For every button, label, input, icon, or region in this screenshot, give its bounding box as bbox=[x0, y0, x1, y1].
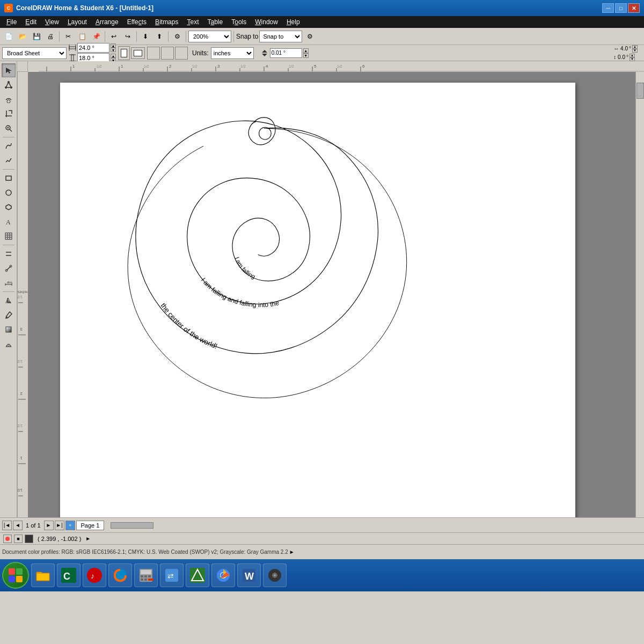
record-button[interactable] bbox=[3, 535, 12, 543]
nudge-input[interactable] bbox=[270, 48, 302, 58]
taskbar-itunes-icon[interactable]: ♪ bbox=[83, 564, 106, 587]
taskbar-firefox-icon[interactable] bbox=[108, 564, 132, 587]
select-tool[interactable] bbox=[2, 63, 16, 77]
taskbar-folder-icon[interactable] bbox=[31, 564, 55, 587]
print-button[interactable]: 🖨 bbox=[44, 30, 57, 43]
import-button[interactable]: ⬇ bbox=[139, 30, 152, 43]
eyedropper-tool[interactable] bbox=[2, 308, 16, 322]
new-button[interactable]: 📄 bbox=[2, 30, 15, 43]
maximize-button[interactable]: □ bbox=[615, 3, 627, 13]
open-button[interactable]: 📂 bbox=[16, 30, 29, 43]
page-1-tab[interactable]: Page 1 bbox=[76, 521, 105, 530]
landscape-button[interactable] bbox=[131, 47, 145, 59]
svg-rect-105 bbox=[148, 579, 153, 581]
taskbar-coreldraw-icon[interactable]: C bbox=[57, 564, 80, 587]
smear-tool[interactable] bbox=[2, 92, 16, 106]
options-button[interactable]: ⚙ bbox=[303, 30, 316, 43]
taskbar-remote-icon[interactable]: ⇄ bbox=[160, 564, 184, 587]
taskbar-word-icon[interactable]: W bbox=[237, 564, 261, 587]
redo-button[interactable]: ↪ bbox=[121, 30, 134, 43]
canvas[interactable]: the center of the world! I am falling an… bbox=[28, 72, 644, 517]
width-up-button[interactable]: ▲ bbox=[111, 43, 116, 48]
height-up-button[interactable]: ▲ bbox=[111, 54, 116, 58]
scroll-thumb[interactable] bbox=[111, 522, 153, 529]
minimize-button[interactable]: ─ bbox=[602, 3, 614, 13]
parallel-draw-tool[interactable] bbox=[2, 247, 16, 261]
interactive-fill-tool[interactable] bbox=[2, 323, 16, 336]
zoom-select[interactable]: 200% 100% 150% 50% bbox=[188, 31, 231, 42]
svg-marker-8 bbox=[6, 68, 12, 74]
same-all-pages-button[interactable] bbox=[147, 47, 160, 60]
svg-rect-100 bbox=[141, 575, 143, 577]
scroll-area[interactable] bbox=[111, 521, 638, 530]
prev-page-button[interactable]: ◄ bbox=[13, 521, 23, 530]
undo-button[interactable]: ↩ bbox=[107, 30, 120, 43]
width-input[interactable] bbox=[77, 43, 109, 53]
taskbar-chrome-icon[interactable] bbox=[211, 564, 235, 587]
x-up-button[interactable]: ▲ bbox=[632, 45, 638, 49]
close-button[interactable]: ✕ bbox=[628, 3, 640, 13]
color-profile-arrow: ► bbox=[289, 549, 295, 555]
table-tool[interactable] bbox=[2, 229, 16, 243]
vertical-scrollbar[interactable] bbox=[635, 72, 644, 517]
menu-effects[interactable]: Effects bbox=[123, 17, 151, 27]
menu-arrange[interactable]: Arrange bbox=[91, 17, 123, 27]
menu-bitmaps[interactable]: Bitmaps bbox=[151, 17, 182, 27]
nudge-down-button[interactable]: ▼ bbox=[303, 53, 309, 58]
ellipse-tool[interactable] bbox=[2, 186, 16, 200]
rectangle-tool[interactable] bbox=[2, 171, 16, 185]
width-down-button[interactable]: ▼ bbox=[111, 48, 116, 52]
vertical-scrollbar-thumb[interactable] bbox=[636, 83, 644, 99]
cut-button[interactable]: ✂ bbox=[62, 30, 75, 43]
svg-marker-21 bbox=[6, 204, 11, 210]
menu-table[interactable]: Table bbox=[203, 17, 227, 27]
menu-edit[interactable]: Edit bbox=[21, 17, 41, 27]
text-tool[interactable]: A bbox=[2, 215, 16, 229]
zoom-tool[interactable] bbox=[2, 121, 16, 135]
units-select[interactable]: inches mm cm pixels bbox=[211, 47, 254, 59]
menu-text[interactable]: Text bbox=[182, 17, 203, 27]
save-button[interactable]: 💾 bbox=[30, 30, 43, 43]
add-page-button[interactable]: + bbox=[65, 521, 75, 530]
color-patch[interactable] bbox=[25, 535, 33, 543]
taskbar-winamp-icon[interactable] bbox=[263, 564, 287, 587]
tool-separator-2 bbox=[3, 169, 14, 170]
svg-text:1: 1 bbox=[72, 64, 75, 69]
smart-fill-tool[interactable] bbox=[2, 337, 16, 351]
polygon-tool[interactable] bbox=[2, 200, 16, 214]
menu-layout[interactable]: Layout bbox=[63, 17, 91, 27]
start-button[interactable] bbox=[2, 562, 29, 589]
menu-file[interactable]: File bbox=[2, 17, 21, 27]
svg-point-12 bbox=[7, 100, 10, 103]
freehand-tool[interactable] bbox=[2, 139, 16, 153]
menu-window[interactable]: Window bbox=[251, 17, 282, 27]
dimension-tool[interactable]: dim bbox=[2, 276, 16, 290]
shape-tool[interactable] bbox=[2, 78, 16, 92]
first-page-button[interactable]: |◄ bbox=[2, 521, 12, 530]
y-up-button[interactable]: ▲ bbox=[630, 54, 635, 57]
last-page-button[interactable]: ►| bbox=[55, 521, 64, 530]
paste-button[interactable]: 📌 bbox=[90, 30, 103, 43]
app-launcher-button[interactable]: ⚙ bbox=[171, 30, 184, 43]
taskbar-calculator-icon[interactable] bbox=[134, 564, 158, 587]
menu-tools[interactable]: Tools bbox=[227, 17, 251, 27]
menu-view[interactable]: View bbox=[41, 17, 63, 27]
nudge-up-button[interactable]: ▲ bbox=[303, 48, 309, 53]
connector-tool[interactable] bbox=[2, 261, 16, 275]
add-page-button[interactable] bbox=[175, 47, 188, 60]
crop-tool[interactable] bbox=[2, 107, 16, 121]
next-page-button[interactable]: ► bbox=[44, 521, 54, 530]
snap-select[interactable]: Snap to Grid Guidelines bbox=[259, 31, 302, 42]
current-page-button[interactable] bbox=[161, 47, 174, 60]
x-down-button[interactable]: ▼ bbox=[632, 49, 638, 53]
menu-help[interactable]: Help bbox=[282, 17, 304, 27]
portrait-button[interactable] bbox=[118, 46, 130, 60]
fill-tool[interactable] bbox=[2, 294, 16, 308]
copy-button[interactable]: 📋 bbox=[76, 30, 89, 43]
stop-button[interactable]: ■ bbox=[14, 535, 23, 543]
smart-draw-tool[interactable] bbox=[2, 153, 16, 167]
export-button[interactable]: ⬆ bbox=[153, 30, 166, 43]
y-down-button[interactable]: ▼ bbox=[630, 57, 635, 61]
page-size-selector[interactable]: Broad Sheet Letter A4 bbox=[2, 47, 67, 59]
taskbar-network-icon[interactable] bbox=[186, 564, 209, 587]
